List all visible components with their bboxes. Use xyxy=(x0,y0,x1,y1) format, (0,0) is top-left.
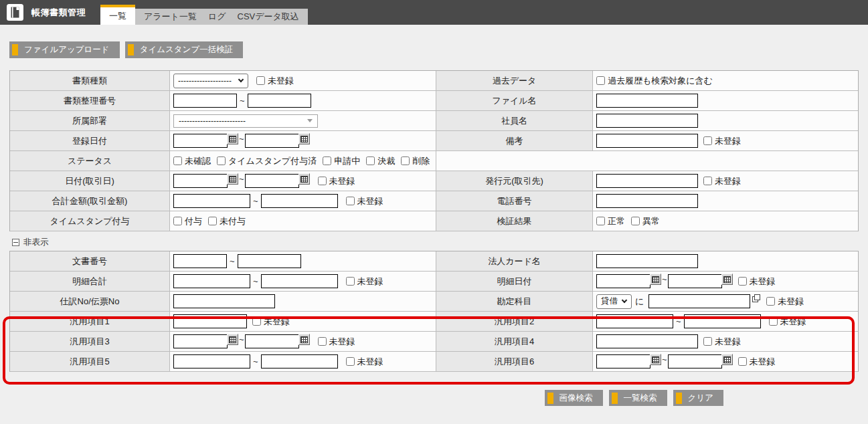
doc-no-from-input[interactable] xyxy=(173,254,227,268)
issuer-input[interactable] xyxy=(596,174,698,188)
doc-no-to-input[interactable] xyxy=(238,254,301,268)
timestamp-batch-verify-button[interactable]: タイムスタンプ一括検証 xyxy=(125,41,244,58)
unregistered-checkbox[interactable]: 未登録 xyxy=(769,316,806,328)
generic1-input[interactable] xyxy=(173,314,247,328)
unregistered-checkbox-input[interactable] xyxy=(318,177,327,185)
unregistered-checkbox[interactable]: 未登録 xyxy=(346,276,383,288)
verify-abnormal-checkbox[interactable]: 異常 xyxy=(631,215,660,227)
range-separator: ~ xyxy=(253,356,258,366)
status-approved-checkbox[interactable]: 決裁 xyxy=(366,155,395,167)
detail-total-from-input[interactable] xyxy=(173,274,250,288)
generic6-from-input[interactable] xyxy=(596,354,650,368)
calendar-icon[interactable] xyxy=(721,274,733,285)
checkbox-label: 未登録 xyxy=(357,356,383,368)
journal-no-input[interactable] xyxy=(173,294,275,308)
generic5-to-input[interactable] xyxy=(261,354,338,368)
timestamp-granted-checkbox[interactable]: 付与 xyxy=(173,215,202,227)
calendar-icon[interactable] xyxy=(227,334,238,345)
unregistered-checkbox-input[interactable] xyxy=(738,277,747,286)
list-search-button[interactable]: 一覧検索 xyxy=(609,390,667,406)
unregistered-checkbox-input[interactable] xyxy=(346,277,355,286)
calendar-icon[interactable] xyxy=(650,274,661,285)
unregistered-checkbox-input[interactable] xyxy=(766,297,775,306)
past-history-checkbox[interactable]: 過去履歴も検索対象に含む xyxy=(596,75,713,87)
calendar-icon[interactable] xyxy=(298,173,310,185)
phone-input[interactable] xyxy=(596,194,698,208)
unregistered-checkbox-input[interactable] xyxy=(738,357,747,366)
unregistered-checkbox-input[interactable] xyxy=(346,357,355,366)
generic3-from-input[interactable] xyxy=(173,334,228,348)
lookup-icon[interactable] xyxy=(752,294,761,303)
remarks-input[interactable] xyxy=(596,134,698,148)
hide-section-toggle[interactable]: 非表示 xyxy=(12,236,868,248)
unregistered-checkbox[interactable]: 未登録 xyxy=(252,316,290,328)
unregistered-checkbox-input[interactable] xyxy=(318,337,327,346)
unregistered-checkbox[interactable]: 未登録 xyxy=(766,296,804,308)
total-amount-from-input[interactable] xyxy=(173,194,250,208)
generic2-from-input[interactable] xyxy=(596,314,673,328)
doc-type-select[interactable]: -------------------- xyxy=(173,74,248,88)
unregistered-checkbox-input[interactable] xyxy=(769,317,778,326)
tab-csv-import[interactable]: CSVデータ取込 xyxy=(238,11,299,23)
trans-date-to-input[interactable] xyxy=(245,174,299,188)
generic5-from-input[interactable] xyxy=(173,354,250,368)
file-upload-button[interactable]: ファイルアップロード xyxy=(9,41,120,58)
department-combobox[interactable]: ------------------------- xyxy=(173,114,318,128)
total-amount-to-input[interactable] xyxy=(261,194,338,208)
clear-button[interactable]: クリア xyxy=(673,390,723,406)
detail-date-to-input[interactable] xyxy=(668,274,722,288)
calendar-icon[interactable] xyxy=(227,173,238,185)
account-name-input[interactable] xyxy=(648,294,750,308)
corp-card-input[interactable] xyxy=(596,254,698,268)
status-applying-checkbox[interactable]: 申請中 xyxy=(323,155,360,167)
tab-list[interactable]: 一覧 xyxy=(100,5,135,25)
unregistered-checkbox-input[interactable] xyxy=(252,317,261,326)
unregistered-checkbox[interactable]: 未登録 xyxy=(346,356,383,368)
checkbox-label: 付与 xyxy=(185,215,202,227)
unregistered-checkbox[interactable]: 未登録 xyxy=(318,336,355,348)
unregistered-checkbox[interactable]: 未登録 xyxy=(318,175,355,187)
account-side-select[interactable]: 貸借 xyxy=(596,294,632,309)
image-search-button[interactable]: 画像検索 xyxy=(545,390,603,406)
unregistered-checkbox[interactable]: 未登録 xyxy=(738,276,776,288)
status-deleted-checkbox[interactable]: 削除 xyxy=(401,155,430,167)
unregistered-checkbox-input[interactable] xyxy=(703,337,712,346)
generic6-to-input[interactable] xyxy=(668,354,722,368)
calendar-icon[interactable] xyxy=(298,334,310,345)
doc-ref-no-to-input[interactable] xyxy=(248,94,311,108)
form-row: 汎用項目3 ~ 未登録 汎用項目4 未登録 xyxy=(10,332,858,352)
past-history-checkbox-input[interactable] xyxy=(596,76,605,85)
unregistered-checkbox[interactable]: 未登録 xyxy=(703,135,741,147)
detail-date-from-input[interactable] xyxy=(596,274,650,288)
unregistered-checkbox[interactable]: 未登録 xyxy=(703,336,741,348)
past-data-label: 過去データ xyxy=(436,71,593,90)
verify-normal-checkbox[interactable]: 正常 xyxy=(596,215,625,227)
unregistered-checkbox-input[interactable] xyxy=(703,177,712,185)
unregistered-checkbox-input[interactable] xyxy=(346,197,355,205)
unregistered-checkbox[interactable]: 未登録 xyxy=(738,356,776,368)
doc-ref-no-from-input[interactable] xyxy=(173,94,237,108)
unregistered-checkbox[interactable]: 未登録 xyxy=(256,75,294,87)
detail-total-to-input[interactable] xyxy=(261,274,338,288)
calendar-icon[interactable] xyxy=(298,133,310,144)
reg-date-from-input[interactable] xyxy=(173,134,228,148)
trans-date-from-input[interactable] xyxy=(173,174,228,188)
unregistered-checkbox[interactable]: 未登録 xyxy=(703,175,741,187)
status-timestamped-checkbox[interactable]: タイムスタンプ付与済 xyxy=(217,155,317,167)
tab-log[interactable]: ログ xyxy=(208,11,226,23)
calendar-icon[interactable] xyxy=(650,354,661,365)
status-unconfirmed-checkbox[interactable]: 未確認 xyxy=(173,155,211,167)
timestamp-not-granted-checkbox[interactable]: 未付与 xyxy=(208,215,246,227)
calendar-icon[interactable] xyxy=(721,354,733,365)
employee-input[interactable] xyxy=(596,114,698,128)
generic3-to-input[interactable] xyxy=(245,334,299,348)
tab-alerts[interactable]: アラート一覧 xyxy=(144,11,197,23)
generic2-to-input[interactable] xyxy=(684,314,761,328)
calendar-icon[interactable] xyxy=(227,133,238,144)
unregistered-checkbox-input[interactable] xyxy=(256,76,265,85)
file-name-input[interactable] xyxy=(596,94,698,108)
unregistered-checkbox-input[interactable] xyxy=(703,136,712,145)
unregistered-checkbox[interactable]: 未登録 xyxy=(346,195,383,207)
reg-date-to-input[interactable] xyxy=(245,134,299,148)
generic4-input[interactable] xyxy=(596,334,698,348)
